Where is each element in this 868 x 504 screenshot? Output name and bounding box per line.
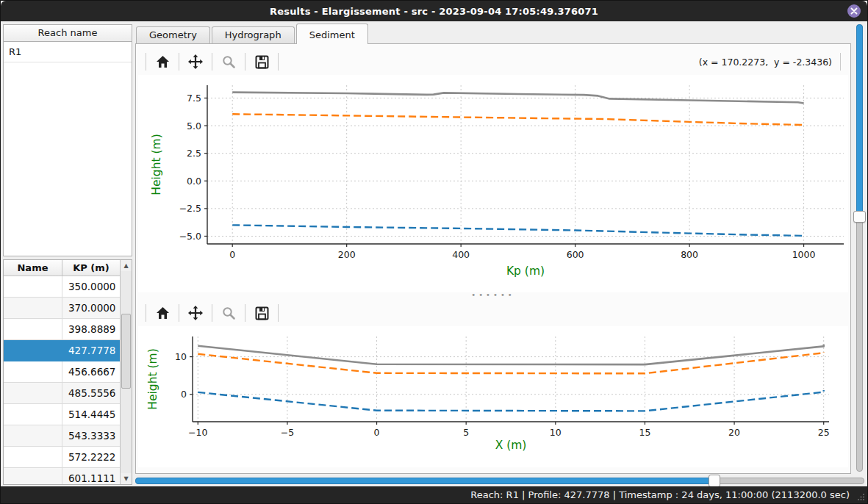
cell-name[interactable] — [4, 383, 62, 403]
svg-text:15: 15 — [639, 427, 650, 438]
scrollbar-thumb[interactable] — [121, 314, 131, 389]
cell-name[interactable] — [4, 319, 62, 339]
sediment-panel: (x = 170.2273, y = -2.3436) 020040060080… — [135, 43, 851, 474]
table-row[interactable]: 427.7778 — [4, 340, 120, 361]
svg-text:800: 800 — [681, 249, 698, 260]
cross-section-chart[interactable]: −10−50510152025010X (m)Height (m) — [138, 326, 848, 467]
toolbar-separator — [840, 53, 841, 71]
table-row[interactable]: 456.6667 — [4, 361, 120, 383]
title-bar[interactable]: Results - Elargissement - src - 2023-09-… — [1, 1, 867, 21]
table-row[interactable]: 398.8889 — [4, 319, 120, 340]
toolbar-separator — [146, 304, 146, 322]
time-slider[interactable] — [135, 478, 864, 484]
toolbar-separator — [245, 53, 245, 71]
svg-text:600: 600 — [567, 249, 584, 260]
profile-table-header: Name KP (m) — [4, 260, 120, 276]
home-button[interactable] — [151, 51, 174, 72]
svg-text:7.5: 7.5 — [187, 93, 201, 104]
cell-name[interactable] — [4, 361, 62, 382]
close-icon — [850, 7, 858, 15]
x-axis-label: X (m) — [495, 439, 527, 452]
cell-kp[interactable]: 601.1111 — [62, 468, 120, 484]
scroll-down-icon[interactable]: ▼ — [121, 473, 132, 484]
tab-sediment[interactable]: Sediment — [296, 24, 368, 44]
time-slider-row — [134, 474, 867, 486]
cell-name[interactable] — [4, 468, 62, 484]
save-button[interactable] — [250, 303, 273, 323]
vertical-slider-handle[interactable] — [853, 211, 866, 223]
cell-kp[interactable]: 456.6667 — [62, 361, 120, 382]
cell-kp[interactable]: 350.0000 — [62, 276, 120, 297]
cell-kp[interactable]: 370.0000 — [62, 298, 120, 318]
cell-kp[interactable]: 485.5556 — [62, 383, 120, 403]
cell-name[interactable] — [4, 404, 62, 425]
reach-item[interactable]: R1 — [4, 42, 132, 62]
zoom-button[interactable] — [217, 51, 240, 72]
cell-kp[interactable]: 572.2222 — [62, 447, 120, 467]
cell-name[interactable] — [4, 298, 62, 318]
cursor-coordinates: (x = 170.2273, y = -2.3436) — [699, 57, 836, 68]
table-row[interactable]: 350.0000 — [4, 276, 120, 298]
home-button[interactable] — [151, 303, 174, 323]
profile-table: Name KP (m) 350.0000370.0000398.8889427.… — [3, 259, 132, 485]
table-row[interactable]: 543.3333 — [4, 425, 120, 447]
plot-canvas[interactable]: −10−50510152025010X (m)Height (m) — [138, 326, 847, 464]
scrollbar-track[interactable] — [121, 271, 132, 473]
toolbar-separator — [245, 304, 245, 322]
left-panel: Reach name R1 Name KP (m) 350.0000370.00… — [1, 21, 134, 486]
table-row[interactable]: 370.0000 — [4, 298, 120, 319]
cell-kp[interactable]: 543.3333 — [62, 425, 120, 446]
tab-geometry[interactable]: Geometry — [136, 26, 210, 43]
toolbar-separator — [212, 304, 212, 322]
pan-button[interactable] — [184, 51, 207, 72]
column-header-name[interactable]: Name — [4, 260, 62, 276]
kp-profile-chart[interactable]: 020040060080010007.55.02.50.0−2.5−5.0Kp … — [138, 75, 848, 292]
svg-text:−5.0: −5.0 — [179, 231, 201, 242]
toolbar-separator — [278, 53, 279, 71]
plots-row: Geometry Hydrograph Sediment — [134, 24, 867, 474]
svg-text:10: 10 — [550, 427, 562, 438]
plot1-toolbar: (x = 170.2273, y = -2.3436) — [138, 48, 848, 75]
plot-canvas[interactable]: 020040060080010007.55.02.50.0−2.5−5.0Kp … — [138, 75, 847, 289]
reach-list: Reach name R1 — [3, 24, 132, 256]
zoom-button[interactable] — [217, 303, 240, 323]
save-icon — [255, 306, 269, 320]
svg-text:25: 25 — [818, 427, 830, 438]
cell-name[interactable] — [4, 276, 62, 297]
resize-grip-icon[interactable] — [857, 493, 865, 501]
time-slider-handle[interactable] — [709, 475, 720, 486]
vertical-slider-column — [851, 24, 867, 474]
tab-hydrograph[interactable]: Hydrograph — [212, 26, 295, 43]
home-icon — [156, 55, 170, 68]
table-row[interactable]: 572.2222 — [4, 447, 120, 468]
column-header-kp[interactable]: KP (m) — [62, 260, 120, 276]
cell-name[interactable] — [4, 340, 62, 361]
toolbar-separator — [146, 53, 146, 71]
save-icon — [255, 55, 269, 69]
cell-name[interactable] — [4, 447, 62, 467]
save-button[interactable] — [250, 51, 273, 72]
pan-button[interactable] — [184, 303, 207, 323]
table-row[interactable]: 601.1111 — [4, 468, 120, 484]
cell-kp[interactable]: 514.4445 — [62, 404, 120, 425]
svg-text:200: 200 — [338, 249, 356, 260]
vertical-slider-fill — [856, 24, 863, 216]
cell-kp[interactable]: 427.7778 — [62, 340, 120, 361]
pan-icon — [188, 306, 203, 320]
cell-kp[interactable]: 398.8889 — [62, 319, 120, 339]
reach-list-header: Reach name — [4, 25, 132, 42]
toolbar-separator — [212, 53, 212, 71]
close-button[interactable] — [847, 4, 861, 18]
table-row[interactable]: 485.5556 — [4, 383, 120, 404]
scroll-up-icon[interactable]: ▲ — [121, 260, 132, 271]
reach-list-body: R1 — [4, 42, 132, 256]
x-axis-label: Kp (m) — [506, 264, 545, 278]
table-row[interactable]: 514.4445 — [4, 404, 120, 425]
vertical-slider[interactable] — [856, 24, 863, 472]
table-scrollbar[interactable]: ▲ ▼ — [120, 260, 132, 484]
splitter-handle[interactable]: •••••• — [138, 292, 848, 300]
cell-name[interactable] — [4, 425, 62, 446]
profile-table-main: Name KP (m) 350.0000370.0000398.8889427.… — [4, 260, 120, 484]
splitter-dots-icon: •••••• — [471, 293, 514, 299]
time-slider-fill — [135, 478, 714, 484]
